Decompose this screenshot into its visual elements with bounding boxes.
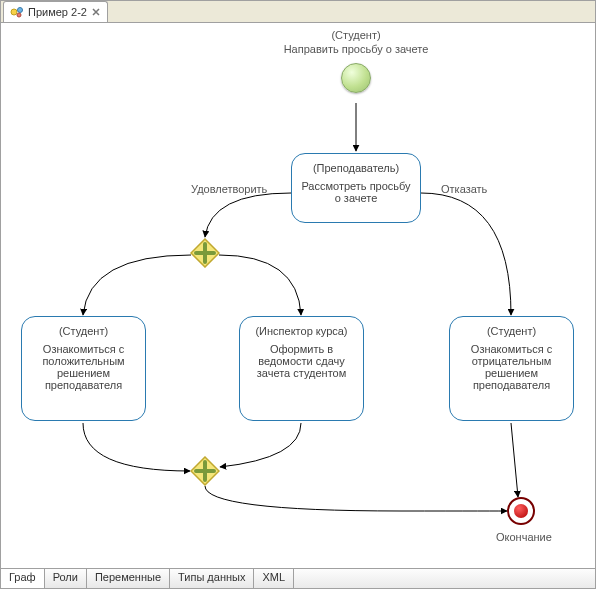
- task-review[interactable]: (Преподаватель) Рассмотреть просьбу о за…: [291, 153, 421, 223]
- edge-label-accept: Удовлетворить: [191, 183, 267, 195]
- close-icon[interactable]: [91, 7, 101, 17]
- task-label: Ознакомиться с положительным решением пр…: [28, 343, 139, 391]
- task-label: Оформить в ведомости сдачу зачета студен…: [246, 343, 357, 379]
- process-icon: [10, 5, 24, 19]
- diagram-canvas[interactable]: (Студент) Направить просьбу о зачете (Пр…: [1, 23, 595, 568]
- editor-tab-bar: Пример 2-2: [1, 1, 595, 23]
- end-event[interactable]: [507, 497, 535, 525]
- tab-roles[interactable]: Роли: [45, 569, 87, 588]
- editor-tab[interactable]: Пример 2-2: [3, 1, 108, 22]
- task-negative[interactable]: (Студент) Ознакомиться с отрицательным р…: [449, 316, 574, 421]
- start-role-label: (Студент): [261, 29, 451, 41]
- task-role: (Студент): [456, 325, 567, 337]
- editor-tab-title: Пример 2-2: [28, 6, 87, 18]
- tab-xml[interactable]: XML: [254, 569, 294, 588]
- bottom-tab-bar: Граф Роли Переменные Типы данных XML: [1, 568, 595, 588]
- edge-label-reject: Отказать: [441, 183, 487, 195]
- start-event[interactable]: [341, 63, 371, 93]
- tab-graph[interactable]: Граф: [1, 569, 45, 588]
- svg-point-0: [11, 9, 17, 15]
- start-action-label: Направить просьбу о зачете: [261, 43, 451, 55]
- parallel-gateway-join[interactable]: [190, 456, 220, 486]
- task-role: (Инспектор курса): [246, 325, 357, 337]
- task-role: (Преподаватель): [298, 162, 414, 174]
- tab-variables[interactable]: Переменные: [87, 569, 170, 588]
- task-label: Ознакомиться с отрицательным решением пр…: [456, 343, 567, 391]
- task-role: (Студент): [28, 325, 139, 337]
- end-event-label: Окончание: [496, 531, 552, 543]
- tab-datatypes[interactable]: Типы данных: [170, 569, 254, 588]
- task-form[interactable]: (Инспектор курса) Оформить в ведомости с…: [239, 316, 364, 421]
- task-label: Рассмотреть просьбу о зачете: [298, 180, 414, 204]
- svg-point-2: [17, 13, 21, 17]
- parallel-gateway-split[interactable]: [190, 238, 220, 268]
- svg-point-1: [18, 8, 23, 13]
- task-positive[interactable]: (Студент) Ознакомиться с положительным р…: [21, 316, 146, 421]
- edges-layer: [1, 23, 595, 568]
